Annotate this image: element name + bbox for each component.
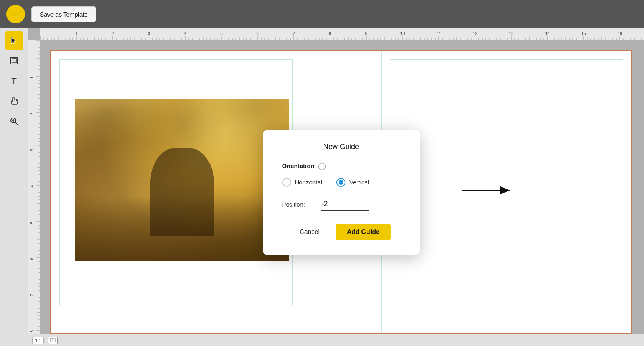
position-row: Position: [282,198,400,211]
vertical-radio-circle[interactable] [336,178,345,187]
add-guide-button[interactable]: Add Guide [336,224,391,240]
orientation-section: Orientation i [282,162,400,170]
zoom-icon [10,117,19,126]
canvas-page: New Guide Orientation i Horizontal Verti… [50,50,632,334]
vertical-radio[interactable]: Vertical [336,178,369,187]
page-layout-icon [50,338,56,342]
orientation-info-icon[interactable]: i [318,163,326,170]
new-guide-modal: New Guide Orientation i Horizontal Verti… [263,130,420,255]
position-input[interactable] [321,198,369,211]
page-icon [48,337,58,344]
ruler-h-canvas [40,28,644,40]
horizontal-radio-circle[interactable] [282,178,291,187]
radio-group: Horizontal Vertical [282,178,400,187]
position-label: Position: [282,201,314,208]
modal-overlay: New Guide Orientation i Horizontal Verti… [51,51,631,333]
orientation-label: Orientation [282,162,314,169]
cursor-icon [10,36,19,45]
save-template-button[interactable]: Save as Template [31,6,96,22]
frame-tool-button[interactable] [5,52,23,70]
main-area: T [0,28,644,346]
zoom-level: 1:1 [32,337,44,344]
cancel-button[interactable]: Cancel [291,224,328,240]
pan-tool-button[interactable] [5,92,23,110]
canvas-area: New Guide Orientation i Horizontal Verti… [28,28,644,346]
select-tool-button[interactable] [5,31,23,50]
back-icon: ← [12,10,20,19]
svg-line-4 [15,122,18,125]
text-tool-button[interactable]: T [5,72,23,90]
frame-icon [10,57,18,65]
ruler-vertical [28,40,40,334]
status-bar: 1:1 [28,334,644,346]
ruler-horizontal [40,28,644,40]
svg-rect-2 [12,59,16,63]
tools-panel: T [0,28,28,346]
zoom-tool-button[interactable] [5,112,23,131]
toolbar: ← Save as Template [0,0,644,28]
horizontal-label: Horizontal [295,179,322,186]
svg-marker-0 [11,37,16,44]
vertical-label: Vertical [349,179,369,186]
horizontal-radio[interactable]: Horizontal [282,178,322,187]
hand-icon [10,97,19,106]
modal-title: New Guide [282,143,400,151]
back-button[interactable]: ← [6,5,25,23]
text-tool-icon: T [11,77,16,86]
ruler-v-canvas [28,40,40,334]
modal-buttons: Cancel Add Guide [282,224,400,240]
